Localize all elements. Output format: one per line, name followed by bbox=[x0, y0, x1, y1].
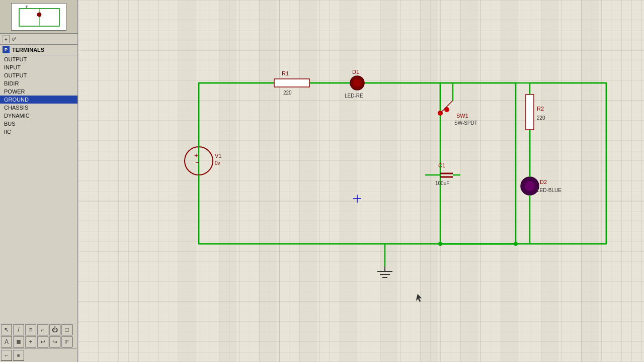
svg-point-2 bbox=[37, 13, 41, 17]
power-tool[interactable]: ⏻ bbox=[49, 324, 60, 335]
svg-text:LED-BLUE: LED-BLUE bbox=[537, 188, 561, 193]
svg-rect-10 bbox=[259, 0, 277, 362]
svg-text:220: 220 bbox=[283, 90, 292, 96]
terminal-item-input[interactable]: INPUT bbox=[0, 63, 77, 71]
text-tool[interactable]: A bbox=[1, 336, 12, 347]
top-action-bar: + 0° bbox=[0, 34, 77, 45]
zoom-in-tool[interactable]: + bbox=[25, 336, 36, 347]
sidebar-bottom-tools: ↖ / ≡ ⌐ ⏻ □ A ≣ + ↩ ↪ 0° ← ⊕ bbox=[0, 323, 77, 362]
svg-text:0v: 0v bbox=[215, 160, 220, 166]
terminal-item-chassis[interactable]: CHASSIS bbox=[0, 104, 77, 112]
svg-text:220: 220 bbox=[537, 115, 545, 121]
tool-row-3: ← ⊕ bbox=[1, 348, 76, 361]
svg-rect-11 bbox=[299, 0, 317, 362]
tool-row-1: ↖ / ≡ ⌐ ⏻ □ bbox=[1, 324, 76, 335]
terminals-list: OUTPUTINPUTOUTPUTBIDIRPOWERGROUNDCHASSIS… bbox=[0, 55, 77, 323]
svg-rect-15 bbox=[460, 0, 478, 362]
terminals-header: P TERMINALS bbox=[0, 45, 77, 55]
pin-tool[interactable]: ⊕ bbox=[13, 350, 24, 361]
svg-text:D2: D2 bbox=[540, 179, 547, 185]
svg-text:LED-RE: LED-RE bbox=[345, 93, 363, 99]
pan-left-tool[interactable]: ← bbox=[1, 350, 12, 361]
svg-rect-18 bbox=[581, 0, 599, 362]
svg-text:SW1: SW1 bbox=[456, 113, 468, 119]
terminal-item-bus[interactable]: BUS bbox=[0, 120, 77, 128]
svg-rect-7 bbox=[78, 0, 644, 362]
svg-text:R1: R1 bbox=[282, 70, 289, 76]
svg-rect-13 bbox=[380, 0, 397, 362]
svg-rect-9 bbox=[219, 0, 236, 362]
svg-point-32 bbox=[353, 79, 361, 87]
canvas-area[interactable]: R1 220 D1 LED-RE + − V1 0v bbox=[78, 0, 644, 362]
terminal-item-output[interactable]: OUTPUT bbox=[0, 55, 77, 63]
bus-tool[interactable]: ≡ bbox=[25, 324, 36, 335]
svg-text:100uF: 100uF bbox=[435, 180, 449, 186]
svg-text:R2: R2 bbox=[537, 106, 544, 112]
net-tool[interactable]: / bbox=[13, 324, 24, 335]
schematic-thumbnail bbox=[11, 3, 66, 31]
svg-text:V1: V1 bbox=[215, 153, 221, 159]
svg-rect-49 bbox=[526, 95, 534, 130]
terminal-item-power[interactable]: POWER bbox=[0, 87, 77, 96]
terminals-panel: P TERMINALS OUTPUTINPUTOUTPUTBIDIRPOWERG… bbox=[0, 45, 77, 323]
app-container: + 0° P TERMINALS OUTPUTINPUTOUTPUTBIDIRP… bbox=[0, 0, 644, 362]
redo-tool[interactable]: ↪ bbox=[49, 336, 60, 347]
svg-rect-12 bbox=[340, 0, 357, 362]
zoom-indicator: 0° bbox=[12, 37, 17, 42]
circuit-diagram: R1 220 D1 LED-RE + − V1 0v bbox=[78, 0, 644, 362]
svg-rect-8 bbox=[179, 0, 196, 362]
terminal-item-ground[interactable]: GROUND bbox=[0, 96, 77, 104]
add-button[interactable]: + bbox=[2, 35, 10, 43]
terminals-header-title: TERMINALS bbox=[12, 47, 44, 53]
svg-text:−: − bbox=[195, 158, 199, 166]
svg-point-68 bbox=[438, 242, 442, 246]
terminal-item-dynamic[interactable]: DYNAMIC bbox=[0, 112, 77, 120]
terminals-icon: P bbox=[3, 46, 10, 53]
degree-indicator: 0° bbox=[61, 336, 72, 347]
wire-tool[interactable]: ⌐ bbox=[37, 324, 48, 335]
svg-rect-27 bbox=[274, 79, 309, 87]
thumbnail-area bbox=[0, 0, 77, 34]
svg-text:C1: C1 bbox=[438, 162, 445, 168]
terminal-item-bidir[interactable]: BIDIR bbox=[0, 79, 77, 87]
sidebar: + 0° P TERMINALS OUTPUTINPUTOUTPUTBIDIRP… bbox=[0, 0, 78, 362]
svg-text:D1: D1 bbox=[352, 69, 359, 75]
svg-point-61 bbox=[525, 181, 535, 191]
svg-point-69 bbox=[514, 242, 518, 246]
component-tool[interactable]: □ bbox=[61, 324, 72, 335]
svg-text:SW-SPDT: SW-SPDT bbox=[454, 120, 477, 126]
label-tool[interactable]: ≣ bbox=[13, 336, 24, 347]
cursor-tool[interactable]: ↖ bbox=[1, 324, 12, 335]
terminal-item-iic[interactable]: IIC bbox=[0, 128, 77, 136]
tool-row-2: A ≣ + ↩ ↪ 0° bbox=[1, 336, 76, 347]
terminal-item-output2[interactable]: OUTPUT bbox=[0, 71, 77, 79]
undo-tool[interactable]: ↩ bbox=[37, 336, 48, 347]
